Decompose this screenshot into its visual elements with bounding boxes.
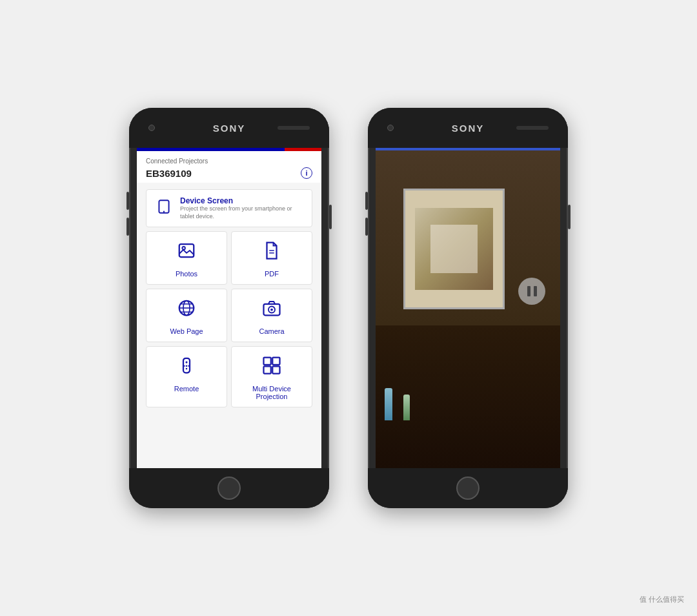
right-power-button[interactable] — [568, 205, 571, 229]
photos-button[interactable]: Photos — [146, 231, 227, 285]
phone-bottom-bar — [129, 468, 329, 508]
right-brand-label: SONY — [452, 123, 485, 134]
photos-label: Photos — [176, 270, 197, 278]
projector-row: EB369109 i — [146, 167, 312, 179]
app-header: Connected Projectors EB369109 i — [137, 151, 321, 183]
watermark-text: 值 什么值得买 — [640, 595, 684, 604]
right-vol-down-button[interactable] — [365, 218, 368, 236]
web-page-icon — [177, 298, 196, 322]
right-phone-screen — [376, 148, 560, 468]
pause-bar-left — [527, 286, 530, 296]
svg-point-4 — [182, 247, 185, 250]
info-icon-button[interactable]: i — [301, 167, 312, 179]
left-phone: SONY Connected Projectors EB369109 i — [129, 108, 329, 508]
vol-down-button[interactable] — [126, 218, 129, 236]
multi-device-label: Multi Device Projection — [237, 385, 307, 400]
multi-device-icon — [262, 356, 281, 380]
svg-point-19 — [186, 368, 188, 370]
remote-button[interactable]: Remote — [146, 346, 227, 407]
device-screen-text: Device Screen Project the screen from yo… — [180, 196, 303, 220]
right-speaker-icon — [516, 126, 549, 130]
right-phone-top-bar: SONY — [368, 108, 568, 148]
left-phone-screen: Connected Projectors EB369109 i — [137, 148, 321, 468]
photos-icon — [177, 241, 196, 265]
projected-content — [430, 225, 478, 274]
bottle2 — [403, 395, 410, 420]
app-menu: Device Screen Project the screen from yo… — [137, 183, 321, 414]
remote-label: Remote — [174, 385, 199, 393]
projected-image — [415, 208, 493, 290]
menu-grid-row2: Web Page Camera — [146, 289, 312, 342]
svg-rect-22 — [264, 358, 271, 365]
right-vol-up-button[interactable] — [365, 192, 368, 210]
camera-label: Camera — [259, 327, 284, 335]
menu-grid-row1: Photos PDF — [146, 231, 312, 285]
svg-rect-23 — [272, 358, 279, 365]
svg-point-18 — [186, 365, 188, 367]
right-phone: SONY — [368, 108, 568, 508]
device-screen-button[interactable]: Device Screen Project the screen from yo… — [146, 189, 312, 227]
phones-container: SONY Connected Projectors EB369109 i — [129, 108, 568, 508]
web-page-label: Web Page — [170, 327, 203, 335]
home-button[interactable] — [217, 477, 241, 500]
svg-point-17 — [186, 362, 188, 364]
projection-screen — [403, 189, 505, 309]
right-phone-bottom-bar — [368, 468, 568, 508]
app-screen: Connected Projectors EB369109 i — [137, 148, 321, 468]
device-screen-icon — [156, 198, 172, 219]
speaker-icon — [278, 126, 310, 130]
pause-icon — [527, 286, 537, 296]
svg-rect-25 — [272, 367, 279, 374]
remote-icon — [177, 356, 196, 380]
power-button[interactable] — [329, 205, 332, 229]
camera-icon — [262, 298, 281, 322]
menu-grid-row3: Remote Multi Device — [146, 346, 312, 407]
right-front-camera-icon — [387, 125, 394, 131]
pdf-button[interactable]: PDF — [231, 231, 312, 285]
room-scene — [376, 150, 560, 468]
pdf-icon — [262, 241, 281, 265]
right-home-button[interactable] — [456, 477, 480, 500]
watermark: 值 什么值得买 — [640, 595, 684, 604]
svg-point-2 — [163, 211, 165, 212]
projector-id: EB369109 — [146, 168, 192, 179]
svg-point-20 — [184, 365, 185, 367]
multi-device-projection-button[interactable]: Multi Device Projection — [231, 346, 312, 407]
brand-label: SONY — [213, 123, 246, 134]
camera-button[interactable]: Camera — [231, 289, 312, 342]
pdf-label: PDF — [265, 270, 279, 278]
front-camera-icon — [148, 125, 155, 131]
svg-rect-3 — [179, 244, 194, 257]
vol-up-button[interactable] — [126, 192, 129, 210]
pause-bar-right — [534, 286, 537, 296]
connected-label: Connected Projectors — [146, 158, 312, 165]
phone-top-bar: SONY — [129, 108, 329, 148]
camera-view — [376, 150, 560, 468]
camera-screen — [376, 148, 560, 468]
svg-point-21 — [188, 365, 189, 367]
svg-point-14 — [270, 309, 273, 311]
web-page-button[interactable]: Web Page — [146, 289, 227, 342]
svg-rect-24 — [264, 367, 271, 374]
pause-button[interactable] — [518, 278, 545, 305]
bottle1 — [385, 388, 392, 420]
